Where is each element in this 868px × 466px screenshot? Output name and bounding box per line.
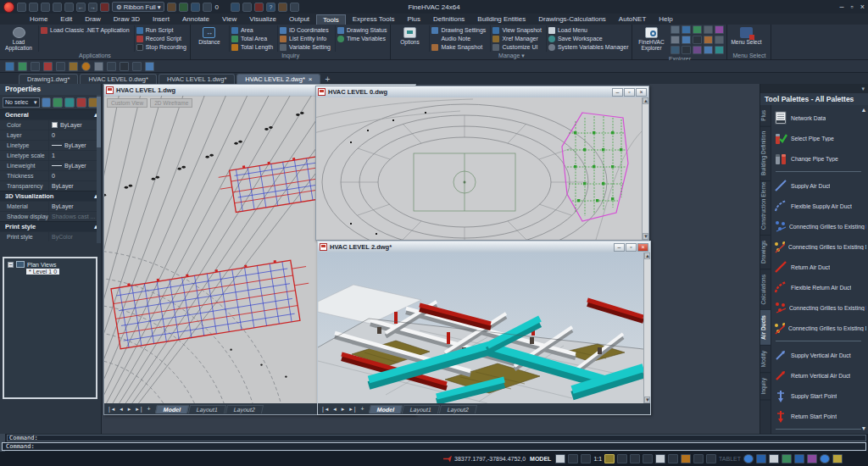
palette-item-connect-grilles-return[interactable]: Connecting Grilles to Existing Duct — [774, 297, 866, 318]
prop-value[interactable]: ByLayer — [48, 141, 101, 150]
save-icon[interactable] — [41, 3, 50, 12]
toggle-pickadd-icon[interactable] — [42, 97, 52, 108]
palette-item-select-pipe-type[interactable]: Select Pipe Type — [774, 128, 866, 148]
new-drawing-icon[interactable] — [17, 3, 26, 12]
palette-scroll-down-icon[interactable]: ▼ — [860, 425, 867, 432]
load-menu-button[interactable]: Load Menu — [548, 26, 629, 34]
monitor-display-icon[interactable] — [794, 454, 804, 463]
plot-icon[interactable] — [64, 3, 74, 12]
viewport-vertical-scrollbar[interactable]: ▲▼ — [643, 252, 650, 403]
palette-tab-air-ducts[interactable]: Air Ducts — [760, 310, 771, 346]
layout1-tab[interactable]: Layout1 — [402, 405, 440, 413]
tool-icon[interactable] — [107, 62, 116, 71]
tab-definitions[interactable]: Definitions — [427, 14, 470, 24]
properties-scrollbar[interactable] — [97, 95, 101, 243]
tool-icon[interactable] — [43, 62, 53, 71]
finehvac-explorer-button[interactable]: FineHVAC Explorer — [634, 25, 668, 55]
area-button[interactable]: Area — [231, 26, 273, 34]
explorer-tool-icon[interactable] — [715, 46, 724, 54]
palette-item-return-air-duct[interactable]: Return Air Duct — [774, 257, 866, 277]
time-variables-button[interactable]: Time Variables — [337, 35, 387, 42]
plan-views-selected-item[interactable]: * Level 1 0 — [26, 269, 59, 275]
explorer-tool-icon[interactable] — [682, 36, 691, 44]
redo-icon[interactable]: → — [88, 3, 97, 12]
tab-annotate[interactable]: Annotate — [176, 14, 215, 24]
section-3d-visualization[interactable]: 3D Visualization▴ — [0, 191, 101, 201]
doc-tab-hvac-level-0[interactable]: HVAC LEVEL 0.dwg* — [80, 74, 156, 84]
explorer-tool-icon[interactable] — [715, 36, 724, 44]
annotation-scale[interactable]: 1:1 — [593, 456, 602, 462]
save-as-icon[interactable] — [53, 3, 62, 12]
viewport-vertical-scrollbar[interactable]: ▲▼ — [642, 97, 648, 240]
graphics-performance-icon[interactable] — [782, 454, 792, 463]
variable-setting-button[interactable]: Variable Setting — [280, 43, 331, 51]
section-print-style[interactable]: Print style▴ — [0, 221, 101, 231]
viewport2-title-bar[interactable]: HVAC LEVEL 0.dwg – ▫ × — [316, 86, 648, 97]
view-snapshot-button[interactable]: View Snapshot — [492, 26, 542, 34]
snap-mode-icon[interactable] — [581, 454, 591, 463]
tab-building-entities[interactable]: Building Entities — [471, 14, 531, 24]
cad-canvas-level0[interactable] — [316, 97, 642, 240]
model-tab[interactable]: Model — [368, 405, 402, 413]
doc-tab-drawing1[interactable]: Drawing1.dwg* — [19, 74, 78, 84]
info-icon[interactable] — [820, 454, 830, 463]
selection-type-combo[interactable]: No selec▾ — [3, 97, 40, 108]
palette-item-network-data[interactable]: Network Data — [774, 108, 866, 128]
id-coordinates-button[interactable]: ID Coordinates — [280, 26, 331, 34]
user-icon[interactable] — [769, 454, 779, 463]
explorer-tool-icon[interactable] — [693, 25, 702, 34]
minimize-button[interactable]: – — [840, 3, 844, 11]
tab-tools[interactable]: Tools — [316, 14, 346, 25]
explorer-tool-icon[interactable] — [670, 46, 680, 54]
save-workspace-button[interactable]: Save Workspace — [548, 35, 629, 42]
share-drawing-icon[interactable] — [756, 454, 766, 463]
explorer-tool-icon[interactable] — [704, 36, 713, 44]
tab-draw3d[interactable]: Draw 3D — [108, 14, 146, 24]
palette-item-connect-grilles-supply-2[interactable]: Connecting Grilles to Existing Duct ... — [774, 236, 866, 257]
dynamic-input-icon[interactable] — [617, 454, 627, 463]
workspace-switcher[interactable]: ⚙ Ribbon Full ▾ — [112, 2, 164, 12]
tab-drawings-calculations[interactable]: Drawings-Calculations — [532, 14, 612, 24]
palette-item-supply-start-point[interactable]: Supply Start Point — [774, 386, 866, 406]
undo-icon[interactable]: ← — [76, 3, 86, 12]
total-area-button[interactable]: Total Area — [231, 35, 273, 42]
layout1-tab[interactable]: Layout1 — [188, 405, 226, 413]
tool-icon[interactable] — [56, 62, 65, 71]
explorer-tool-icon[interactable] — [715, 25, 724, 34]
tablet-toggle[interactable]: TABLET — [719, 456, 741, 462]
options-button[interactable]: Options — [392, 25, 426, 52]
tab-help[interactable]: Help — [653, 14, 678, 24]
system-variables-manager-button[interactable]: System Variables Manager — [548, 43, 629, 51]
tool-icon[interactable] — [145, 62, 154, 71]
drawing-status-button[interactable]: Drawing Status — [337, 26, 387, 34]
palette-tab-building-definition[interactable]: Building Definition — [760, 127, 771, 181]
polar-tracking-icon[interactable] — [668, 454, 678, 463]
customize-ui-button[interactable]: Customize UI — [492, 43, 542, 51]
palette-tab-modify[interactable]: Modify — [760, 346, 771, 373]
pin-icon[interactable] — [167, 3, 176, 12]
palette-item-return-start-point[interactable]: Return Start Point — [774, 406, 866, 426]
layout-nav-arrows[interactable]: |◂ ◂ ▸ ▸| + — [320, 406, 369, 413]
palette-tab-calculations[interactable]: Calculations — [760, 269, 771, 310]
tool-icon[interactable] — [31, 62, 40, 71]
tool-icon[interactable] — [81, 62, 91, 71]
prop-value[interactable]: 0 — [48, 130, 101, 140]
close-tab-icon[interactable]: × — [309, 75, 313, 83]
total-length-button[interactable]: Total Length — [231, 43, 273, 51]
doc-tab-hvac-level-2[interactable]: HVAC LEVEL 2.dwg*× — [236, 74, 320, 84]
settings-icon[interactable] — [290, 3, 299, 12]
viewport-close-button[interactable]: × — [636, 88, 647, 97]
palette-item-supply-air-duct[interactable]: Supply Air Duct — [774, 175, 866, 196]
visual-style-control[interactable]: 2D Wireframe — [150, 98, 192, 108]
palette-item-connect-grilles-supply[interactable]: Connecting Grilles to Existing Duct — [774, 216, 866, 236]
palette-item-return-vertical-air-duct[interactable]: Return Vertical Air Duct — [774, 365, 866, 386]
distance-button[interactable]: ↔ Distance — [192, 25, 226, 52]
sun-icon[interactable] — [179, 3, 188, 12]
palette-item-change-pipe-type[interactable]: Change Pipe Type — [774, 148, 866, 169]
model-space-toggle[interactable]: MODEL — [530, 456, 551, 462]
restore-button[interactable]: ▫ — [851, 3, 854, 11]
clean-screen-icon[interactable] — [743, 454, 754, 463]
palette-tab-inquiry[interactable]: Inquiry — [760, 373, 771, 401]
grid-dots-icon[interactable] — [630, 454, 640, 463]
tab-express-tools[interactable]: Express Tools — [347, 14, 401, 24]
